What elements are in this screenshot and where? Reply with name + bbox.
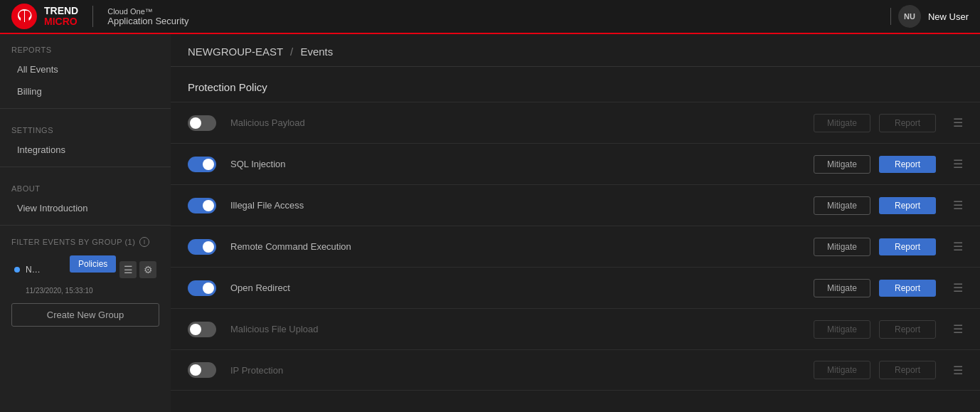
group-date: 11/23/2020, 15:33:10 <box>17 287 171 297</box>
protection-policy-title: Protection Policy <box>188 81 963 93</box>
mitigate-button[interactable]: Mitigate <box>814 196 870 215</box>
policy-actions: Mitigate Report ☰ <box>814 196 963 215</box>
sidebar-item-all-events[interactable]: All Events <box>0 58 171 80</box>
policy-name: Illegal File Access <box>230 200 814 211</box>
layout: REPORTS All Events Billing SETTINGS Inte… <box>0 34 980 412</box>
table-row: Open Redirect Mitigate Report ☰ <box>171 267 980 308</box>
sidebar-divider-1 <box>0 108 171 109</box>
main-content: NEWGROUP-EAST / Events Protection Policy… <box>171 34 980 412</box>
mitigate-button: Mitigate <box>814 361 870 379</box>
group-dot <box>14 267 20 273</box>
report-button[interactable]: Report <box>879 156 936 173</box>
report-button: Report <box>879 320 936 339</box>
header-divider <box>92 6 93 27</box>
sidebar: REPORTS All Events Billing SETTINGS Inte… <box>0 34 171 412</box>
row-menu-icon[interactable]: ☰ <box>953 364 963 377</box>
table-row: IP Protection Mitigate Report ☰ <box>171 349 980 391</box>
policy-toggle[interactable] <box>188 322 216 337</box>
filter-section: FILTER EVENTS BY GROUP (1) i <box>0 231 171 253</box>
row-menu-icon[interactable]: ☰ <box>953 116 963 130</box>
info-icon: i <box>139 237 149 247</box>
table-row: SQL Injection Mitigate Report ☰ <box>171 143 980 184</box>
group-actions: ☰ ⚙ <box>119 261 156 278</box>
sidebar-divider-2 <box>0 167 171 167</box>
row-menu-icon[interactable]: ☰ <box>953 322 963 336</box>
row-menu-icon[interactable]: ☰ <box>953 157 963 171</box>
policy-actions: Mitigate Report ☰ <box>814 361 963 379</box>
breadcrumb-current: Events <box>300 46 333 58</box>
settings-section-label: SETTINGS <box>0 115 171 139</box>
policy-toggle[interactable] <box>188 115 216 131</box>
policy-name: Remote Command Execution <box>230 241 814 252</box>
policy-toggle[interactable] <box>188 239 216 255</box>
group-container: NEWGROUP-EAS Policies ☰ ⚙ 11/23/2020, 15… <box>0 255 171 297</box>
sidebar-item-view-introduction[interactable]: View Introduction <box>0 197 171 219</box>
policy-toggle[interactable] <box>188 362 216 378</box>
filter-label: FILTER EVENTS BY GROUP (1) i <box>11 237 159 247</box>
policy-name: IP Protection <box>230 365 814 376</box>
policy-actions: Mitigate Report ☰ <box>814 114 963 132</box>
group-list-button[interactable]: ☰ <box>119 261 137 278</box>
brand-name: TREND MICRO <box>44 6 78 28</box>
row-menu-icon[interactable]: ☰ <box>953 240 963 253</box>
group-item[interactable]: NEWGROUP-EAS Policies ☰ ⚙ <box>6 255 165 284</box>
policy-toggle[interactable] <box>188 157 216 172</box>
about-section-label: ABOUT <box>0 173 171 197</box>
sidebar-divider-3 <box>0 225 171 226</box>
table-row: Malicious File Upload Mitigate Report ☰ <box>171 308 980 349</box>
create-group-button[interactable]: Create New Group <box>11 303 159 327</box>
mitigate-button: Mitigate <box>814 320 870 339</box>
user-name: New User <box>928 11 969 22</box>
trend-micro-logo <box>11 4 37 29</box>
mitigate-button[interactable]: Mitigate <box>814 238 870 256</box>
breadcrumb: NEWGROUP-EAST / Events <box>171 34 980 67</box>
policy-actions: Mitigate Report ☰ <box>814 320 963 339</box>
mitigate-button: Mitigate <box>814 114 870 132</box>
policy-name: Open Redirect <box>230 282 814 293</box>
sidebar-item-integrations[interactable]: Integrations <box>0 139 171 161</box>
group-settings-button[interactable]: ⚙ <box>139 261 156 278</box>
row-menu-icon[interactable]: ☰ <box>953 281 963 295</box>
policy-toggle[interactable] <box>188 280 216 296</box>
report-button: Report <box>879 361 936 379</box>
policy-name: Malicious File Upload <box>230 324 814 334</box>
avatar: NU <box>898 5 921 28</box>
policy-actions: Mitigate Report ☰ <box>814 279 963 297</box>
user-divider <box>890 8 891 25</box>
breadcrumb-group[interactable]: NEWGROUP-EAST <box>188 46 283 58</box>
table-row: Malicious Payload Mitigate Report ☰ <box>171 102 980 143</box>
mitigate-button[interactable]: Mitigate <box>814 279 870 297</box>
table-row: Remote Command Execution Mitigate Report… <box>171 226 980 267</box>
protection-policy-header: Protection Policy <box>171 67 980 102</box>
sidebar-item-billing[interactable]: Billing <box>0 80 171 102</box>
policy-name: SQL Injection <box>230 159 814 169</box>
report-button[interactable]: Report <box>879 197 936 214</box>
breadcrumb-separator: / <box>290 46 293 58</box>
group-name: NEWGROUP-EAS <box>26 265 41 275</box>
product-info: Cloud One™ Application Security <box>107 7 188 26</box>
logo: TREND MICRO <box>11 4 78 29</box>
policy-name: Malicious Payload <box>230 117 814 128</box>
policy-toggle[interactable] <box>188 198 216 213</box>
header: TREND MICRO Cloud One™ Application Secur… <box>0 0 980 34</box>
policy-actions: Mitigate Report ☰ <box>814 155 963 174</box>
report-button[interactable]: Report <box>879 280 936 297</box>
policy-actions: Mitigate Report ☰ <box>814 238 963 256</box>
policies-popup: Policies <box>70 255 116 273</box>
policies-list: Malicious Payload Mitigate Report ☰ SQL … <box>171 102 980 391</box>
header-right: NU New User <box>890 5 969 28</box>
table-row: Illegal File Access Mitigate Report ☰ <box>171 184 980 226</box>
report-button[interactable]: Report <box>879 238 936 255</box>
reports-section-label: REPORTS <box>0 34 171 58</box>
mitigate-button[interactable]: Mitigate <box>814 155 870 174</box>
report-button: Report <box>879 114 936 132</box>
row-menu-icon[interactable]: ☰ <box>953 199 963 212</box>
